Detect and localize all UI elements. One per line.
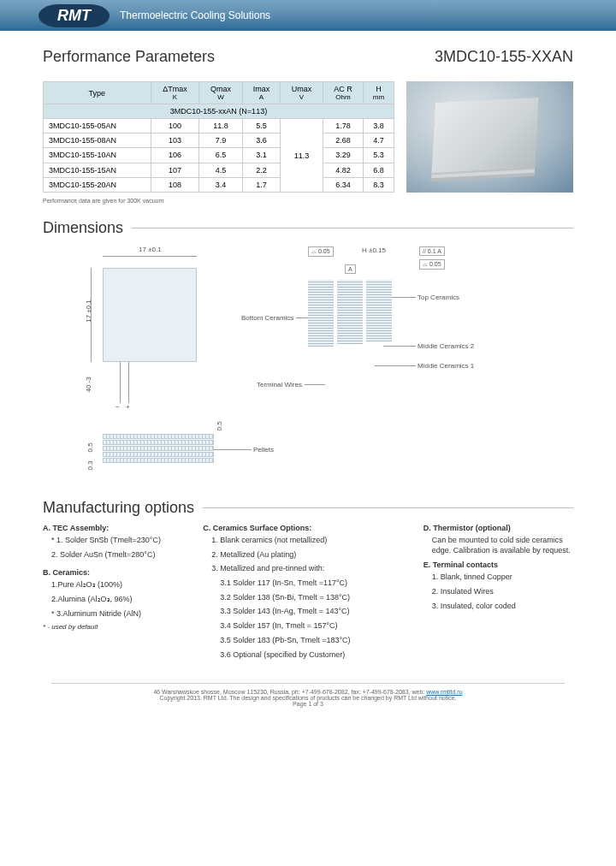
mfg-c33: 3.3 Solder 143 (In-Ag, Tmelt = 143°C) <box>220 607 412 617</box>
table-row: 3MDC10-155-15AN1074.52.24.826.8 <box>44 163 394 177</box>
group-row: 3MDC10-155-xxAN (N=113) <box>44 104 394 119</box>
label-pellets: Pellets <box>253 446 274 454</box>
mfg-d-title: D. Thermistor (optional) <box>424 524 573 532</box>
page-title: Performance Parameters <box>43 48 215 66</box>
part-number: 3MDC10-155-XXAN <box>435 48 573 66</box>
mfg-c34: 3.4 Solder 157 (In, Tmelt = 157°C) <box>220 621 412 632</box>
th-type: Type <box>44 82 151 104</box>
mfg-c36: 3.6 Optional (specified by Customer) <box>220 650 412 661</box>
gap-05b: 0.5 <box>86 442 94 452</box>
mfg-b-title: B. Ceramics: <box>43 568 192 577</box>
datum-a: A <box>345 264 356 274</box>
mfg-a-title: A. TEC Assembly: <box>43 524 192 532</box>
side-stack-3 <box>366 280 392 341</box>
footer-link[interactable]: www.rmtltd.ru <box>426 689 462 695</box>
mfg-e2: 2. Insulated Wires <box>432 587 573 597</box>
dimensions-diagram: 17 ±0.1 17 ±0.1 40 -3 − + ⌓ 0.05 H ±0.15… <box>43 244 573 483</box>
dimensions-title: Dimensions <box>43 219 573 237</box>
footer-page: Page 1 of 3 <box>43 701 573 707</box>
th-h: Hmm <box>364 82 394 104</box>
mfg-c32: 3.2 Solder 138 (Sn-Bi, Tmelt = 138°C) <box>220 593 412 603</box>
mfg-c35: 3.5 Solder 183 (Pb-Sn, Tmelt =183°C) <box>220 636 412 646</box>
header-bar: RMT Thermoelectric Cooling Solutions <box>0 0 616 31</box>
mfg-c1: 1. Blank ceramics (not metallized) <box>211 536 412 546</box>
gdt-c: ⌓ 0.05 <box>419 259 445 270</box>
gap-03: 0.3 <box>86 460 94 470</box>
footer-addr: 46 Warshawskoe shosse, Moscow 115230, Ru… <box>153 689 426 695</box>
footer-copy: Copyright 2013. RMT Ltd. The design and … <box>43 695 573 701</box>
pellets-stack <box>103 434 214 464</box>
mfg-e3: 3. Insulated, color coded <box>432 602 573 612</box>
label-mid1: Middle Ceramics 1 <box>418 362 474 370</box>
gdt-b: // 0.1 A <box>419 246 445 256</box>
mfg-options: A. TEC Assembly: * 1. Solder SnSb (Tmelt… <box>43 524 573 664</box>
side-stack-2 <box>337 280 363 344</box>
dim-width: 17 ±0.1 <box>139 246 162 253</box>
tagline: Thermoelectric Cooling Solutions <box>120 9 270 21</box>
footer: 46 Warshawskoe shosse, Moscow 115230, Ru… <box>0 673 616 715</box>
label-wires: Terminal Wires <box>257 381 302 389</box>
params-table: Type ΔTmaxK QmaxW ImaxA UmaxV <box>43 81 394 193</box>
mfg-e-title: E. Terminal contacts <box>424 561 573 569</box>
th-u: UmaxV <box>281 82 323 104</box>
table-row: 3MDC10-155-08AN1037.93.62.684.7 <box>44 133 394 148</box>
label-mid2: Middle Ceramics 2 <box>418 342 474 350</box>
topview-box <box>103 268 197 362</box>
mfg-title: Manufacturing options <box>43 499 573 517</box>
mfg-b3: * 3.Aluminum Nitride (AlN) <box>51 609 192 620</box>
mfg-b2: 2.Alumina (Al₂O₃, 96%) <box>51 595 192 605</box>
gap-05a: 0.5 <box>216 421 223 430</box>
mfg-b1: 1.Pure Al₂O₃ (100%) <box>51 580 192 590</box>
table-row: 3MDC10-155-05AN10011.85.511.31.783.8 <box>44 119 394 133</box>
th-dt: ΔTmaxK <box>151 82 199 104</box>
title-row: Performance Parameters 3MDC10-155-XXAN <box>43 48 573 66</box>
label-bottom: Bottom Ceramics <box>241 314 293 322</box>
dim-lead: 40 -3 <box>85 377 92 392</box>
mfg-c3: 3. Metallized and pre-tinned with: <box>211 564 412 574</box>
table-row: 3MDC10-155-20AN1083.41.76.348.3 <box>44 177 394 192</box>
mfg-d1: Can be mounted to cold side ceramics edg… <box>432 536 573 555</box>
mfg-c2: 2. Metallized (Au plating) <box>211 550 412 561</box>
mfg-c-title: C. Ceramics Surface Options: <box>203 524 412 532</box>
mfg-e1: 1. Blank, tinned Copper <box>432 572 573 583</box>
side-stack-1 <box>308 280 334 347</box>
mfg-note: * - used by default <box>43 623 192 631</box>
logo: RMT <box>38 4 110 27</box>
table-row: 3MDC10-155-10AN1066.53.13.295.3 <box>44 148 394 163</box>
label-top: Top Ceramics <box>418 294 459 301</box>
th-acr: AC ROhm <box>323 82 363 104</box>
th-q: QmaxW <box>199 82 243 104</box>
mfg-a1: * 1. Solder SnSb (Tmelt=230°C) <box>51 536 192 546</box>
gdt-hnote: H ±0.15 <box>362 246 386 254</box>
th-i: ImaxA <box>242 82 280 104</box>
mfg-c31: 3.1 Solder 117 (In-Sn, Tmelt =117°C) <box>220 578 412 589</box>
gdt-a: ⌓ 0.05 <box>308 246 334 257</box>
table-footnote: Performance data are given for 300K vacu… <box>43 198 573 204</box>
product-photo <box>406 81 573 193</box>
mfg-a2: 2. Solder AuSn (Tmelt=280°C) <box>51 550 192 561</box>
